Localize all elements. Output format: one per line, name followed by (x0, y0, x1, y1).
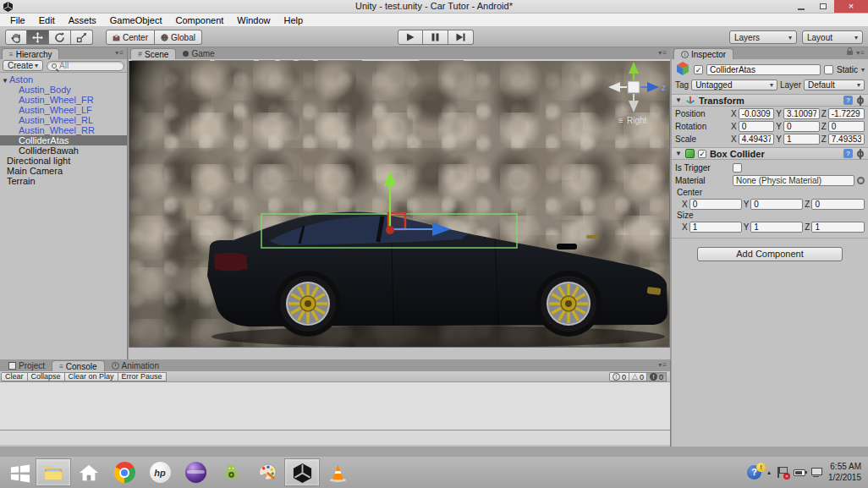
hierarchy-item-wheel-fr[interactable]: Austin_Wheel_FR (0, 95, 127, 105)
gizmo-y-cone[interactable] (629, 62, 639, 74)
size-y-field[interactable] (750, 222, 803, 233)
panel-menu-icon[interactable]: ▾≡ (115, 49, 124, 57)
hierarchy-item-directional-light[interactable]: Directional light (0, 156, 127, 166)
taskbar-chrome[interactable] (107, 458, 142, 486)
taskbar-unity[interactable] (284, 458, 320, 486)
help-doc-icon[interactable]: ? (843, 149, 853, 158)
taskbar-paint[interactable] (249, 458, 284, 486)
layout-dropdown[interactable]: Layout▾ (802, 30, 863, 44)
menu-component[interactable]: Component (168, 15, 230, 25)
error-count-toggle[interactable]: !0 (647, 372, 667, 381)
add-component-button[interactable]: Add Component (697, 247, 843, 261)
hierarchy-item-wheel-lf[interactable]: Austin_Wheel_LF (0, 105, 127, 115)
object-picker-icon[interactable] (857, 177, 865, 184)
tab-scene[interactable]: #Scene (130, 48, 176, 59)
hierarchy-item-terrain[interactable]: Terrain (0, 176, 127, 186)
collapse-button[interactable]: Collapse (28, 372, 65, 381)
taskbar-clock[interactable]: 6:55 AM 1/2/2015 (828, 462, 861, 483)
hierarchy-item-wheel-rl[interactable]: Austin_Wheel_RL (0, 115, 127, 125)
action-center-flag-icon[interactable]: × (777, 467, 788, 478)
tab-console[interactable]: ≡Console (52, 360, 104, 371)
gizmo-down-cone[interactable] (629, 101, 639, 112)
help-doc-icon[interactable]: ? (843, 96, 853, 105)
orientation-gizmo[interactable]: y z ≡ Right (608, 61, 666, 125)
restore-button[interactable] (812, 0, 834, 13)
play-button[interactable] (398, 30, 423, 45)
step-button[interactable] (448, 30, 474, 45)
hierarchy-item-colliderbawah[interactable]: ColliderBawah (0, 145, 127, 156)
minimize-button[interactable] (790, 0, 812, 13)
scale-tool-button[interactable] (71, 30, 93, 45)
title-bar[interactable]: Unity - test.unity - Car Tutor - Android… (0, 0, 868, 14)
clear-on-play-button[interactable]: Clear on Play (65, 372, 118, 381)
static-dropdown-icon[interactable]: ▾ (861, 66, 865, 74)
tab-hierarchy[interactable]: ≡Hierarchy (2, 48, 59, 59)
handle-global-button[interactable]: Global (155, 30, 202, 45)
center-x-field[interactable] (689, 199, 742, 210)
position-x-field[interactable] (739, 108, 775, 119)
tab-animation[interactable]: Animation (105, 360, 166, 371)
layers-dropdown[interactable]: Layers▾ (729, 30, 797, 44)
component-enabled-checkbox[interactable]: ✓ (698, 150, 706, 158)
gameobject-name-field[interactable] (706, 64, 821, 75)
foldout-icon[interactable]: ▼ (675, 96, 682, 104)
show-hidden-icons-button[interactable]: ▴ (767, 469, 771, 476)
menu-edit[interactable]: Edit (32, 15, 62, 25)
panel-menu-icon[interactable]: ▾≡ (658, 49, 667, 57)
center-y-field[interactable] (750, 199, 803, 210)
menu-gameobject[interactable]: GameObject (103, 15, 169, 25)
inspector-lock-and-menu[interactable]: ▾≡ (847, 49, 865, 57)
hierarchy-item-aston[interactable]: ▼Aston (0, 74, 127, 85)
action-needed-icon[interactable]: ?! (747, 465, 761, 480)
menu-window[interactable]: Window (230, 15, 277, 25)
tab-inspector[interactable]: i Inspector (673, 48, 733, 59)
static-checkbox[interactable]: ✓ (824, 65, 833, 74)
hierarchy-item-collideratas[interactable]: ColliderAtas (0, 135, 127, 145)
clear-button[interactable]: Clear (1, 372, 28, 381)
size-z-field[interactable] (811, 222, 865, 233)
rotation-y-field[interactable] (783, 121, 820, 132)
gear-icon[interactable] (856, 150, 865, 158)
box-collider-header[interactable]: ▼ ✓ Box Collider ? (672, 147, 868, 160)
rotation-z-field[interactable] (828, 121, 865, 132)
start-button[interactable] (5, 458, 36, 486)
position-y-field[interactable] (783, 108, 820, 119)
battery-icon[interactable] (794, 469, 805, 476)
hierarchy-item-austin-body[interactable]: Austin_Body (0, 85, 127, 95)
foldout-icon[interactable]: ▼ (675, 150, 682, 157)
pivot-center-button[interactable]: Center (106, 30, 155, 45)
hierarchy-item-main-camera[interactable]: Main Camera (0, 166, 127, 176)
transform-header[interactable]: ▼ Transform ? (672, 94, 868, 107)
scale-x-field[interactable] (739, 134, 775, 145)
hierarchy-search-input[interactable]: All (47, 61, 124, 71)
material-field[interactable]: None (Physic Material) (733, 175, 854, 186)
close-button[interactable]: × (834, 0, 868, 13)
tab-game[interactable]: Game (176, 48, 221, 59)
tag-dropdown[interactable]: Untagged▾ (691, 80, 777, 90)
scale-y-field[interactable] (783, 134, 820, 145)
layer-dropdown[interactable]: Default▾ (804, 80, 865, 90)
tab-project[interactable]: Project (2, 360, 52, 371)
network-icon[interactable] (811, 468, 822, 477)
taskbar-home[interactable] (71, 458, 107, 486)
panel-menu-icon[interactable]: ▾≡ (658, 361, 667, 369)
gizmo-z-cone[interactable] (647, 82, 659, 92)
move-tool-button[interactable] (27, 30, 49, 45)
rotate-tool-button[interactable] (49, 30, 71, 45)
taskbar-vlc[interactable] (320, 458, 355, 486)
center-z-field[interactable] (811, 199, 865, 210)
scene-viewport[interactable]: y z ≡ Right (129, 61, 670, 348)
foldout-icon[interactable]: ▼ (2, 76, 9, 86)
create-button[interactable]: Create▾ (3, 60, 43, 71)
gear-icon[interactable] (856, 96, 865, 105)
scale-z-field[interactable] (828, 134, 865, 145)
lock-icon[interactable] (847, 51, 853, 55)
info-count-toggle[interactable]: !0 (609, 372, 629, 381)
rotation-x-field[interactable] (739, 121, 775, 132)
gizmo-x-cone[interactable] (608, 82, 620, 92)
hand-tool-button[interactable] (5, 30, 27, 45)
taskbar-android-sdk[interactable] (213, 458, 249, 486)
console-log-area[interactable] (0, 382, 670, 430)
pause-button[interactable] (423, 30, 448, 45)
menu-file[interactable]: File (3, 15, 32, 25)
